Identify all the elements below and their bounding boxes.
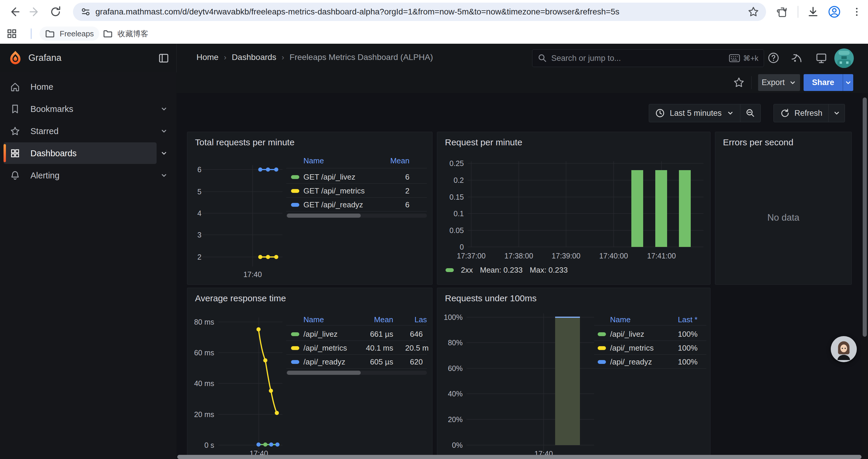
refresh-group: Refresh — [773, 104, 845, 122]
breadcrumb-home[interactable]: Home — [196, 53, 219, 62]
url-bar[interactable]: grafana.mathmast.com/d/deytv4rwavabkb/fr… — [73, 3, 766, 21]
panel-request-per-minute[interactable]: Request per minute 0.25 0.2 0.15 0.1 0.0… — [437, 132, 711, 285]
panel-errors-per-second[interactable]: Errors per second No data — [715, 132, 852, 285]
y-tick: 0.1 — [440, 209, 464, 218]
sidebar-item-bookmarks[interactable]: Bookmarks — [0, 98, 176, 120]
y-tick: 80% — [438, 338, 463, 347]
sidebar-item-home[interactable]: Home — [0, 76, 176, 97]
search-shortcut: ⌘+k — [729, 54, 758, 63]
browser-toolbar: grafana.mathmast.com/d/deytv4rwavabkb/fr… — [0, 0, 868, 24]
series-color-pill[interactable] — [445, 268, 454, 272]
series-color-pill[interactable] — [598, 346, 606, 350]
search-input[interactable]: Search or jump to... ⌘+k — [532, 49, 764, 67]
y-tick: 0 s — [190, 441, 214, 449]
legend-header-mean[interactable]: Mean — [374, 315, 393, 324]
panel-title[interactable]: Errors per second — [723, 137, 793, 147]
apps-grid-icon[interactable] — [5, 27, 19, 41]
legend-header-last[interactable]: Las — [414, 315, 427, 324]
series-color-pill[interactable] — [291, 332, 299, 336]
help-icon[interactable] — [767, 52, 780, 64]
chevron-down-icon[interactable] — [159, 171, 168, 180]
refresh-button[interactable]: Refresh — [774, 104, 829, 122]
sidebar-selected-accent — [4, 144, 6, 162]
legend-header-last[interactable]: Last * — [678, 315, 698, 324]
site-settings-icon[interactable] — [80, 6, 91, 18]
grafana-app: Grafana Home › Dashboards › Freeleaps Me… — [0, 44, 868, 459]
series-color-pill[interactable] — [291, 175, 299, 179]
zoom-out-button[interactable] — [740, 104, 761, 122]
y-tick: 20% — [438, 415, 463, 424]
grafana-logo[interactable] — [8, 50, 23, 66]
sidebar-item-starred[interactable]: Starred — [0, 120, 176, 142]
chevron-down-icon[interactable] — [159, 149, 168, 158]
y-tick: 40 ms — [190, 379, 214, 388]
legend-header-name[interactable]: Name — [610, 315, 630, 324]
time-range-picker[interactable]: Last 5 minutes — [649, 104, 740, 122]
share-button[interactable]: Share — [804, 74, 843, 91]
favorite-star-icon[interactable] — [733, 76, 745, 89]
chevron-down-icon — [726, 109, 734, 117]
sidebar-item-label: Dashboards — [30, 148, 76, 158]
x-tick: 17:40 — [223, 270, 282, 278]
bookmark-folder-blogs[interactable]: 收藏博客 — [97, 27, 154, 41]
refresh-icon — [780, 108, 790, 118]
bar-chart — [437, 132, 710, 285]
back-icon[interactable] — [6, 4, 22, 20]
share-menu-button[interactable] — [843, 74, 853, 91]
user-avatar[interactable] — [834, 48, 854, 68]
panel-requests-under-100ms[interactable]: Requests under 100ms 100% 80% 60% 40% 20… — [437, 288, 711, 459]
extensions-icon[interactable] — [775, 4, 790, 20]
refresh-label: Refresh — [795, 109, 823, 118]
breadcrumb-dashboards[interactable]: Dashboards — [231, 53, 276, 62]
y-tick: 0.25 — [440, 159, 464, 167]
horizontal-scrollbar[interactable] — [177, 455, 862, 459]
news-rss-icon[interactable] — [791, 52, 804, 64]
series-color-pill[interactable] — [598, 332, 606, 336]
monitor-icon[interactable] — [815, 52, 828, 65]
zoom-out-icon — [745, 108, 756, 119]
legend-header-mean[interactable]: Mean — [390, 156, 409, 165]
reload-icon[interactable] — [48, 4, 63, 20]
profile-icon[interactable] — [827, 4, 842, 20]
breadcrumb-separator: › — [224, 53, 226, 62]
legend-scrollbar[interactable] — [286, 371, 427, 375]
home-icon — [9, 81, 21, 93]
series-color-pill[interactable] — [291, 203, 299, 207]
legend[interactable]: 2xx Mean: 0.233 Max: 0.233 — [445, 266, 568, 275]
panel-total-requests[interactable]: Total requests per minute 6 5 4 3 2 17:4… — [187, 132, 433, 285]
breadcrumb-current: Freeleaps Metrics Dashboard (ALPHA) — [289, 53, 433, 62]
chevron-down-icon[interactable] — [159, 104, 168, 113]
legend-header-name[interactable]: Name — [303, 315, 324, 324]
series-color-pill[interactable] — [291, 189, 299, 193]
legend-scrollbar[interactable] — [286, 214, 427, 218]
legend-series: 2xx — [461, 266, 473, 275]
vertical-scrollbar-thumb[interactable] — [863, 97, 867, 337]
kebab-menu-icon[interactable] — [849, 4, 864, 20]
share-button-group: Share — [804, 74, 853, 91]
y-tick: 0.05 — [440, 226, 464, 234]
refresh-interval-button[interactable] — [829, 104, 845, 122]
sidebar-item-dashboards[interactable]: Dashboards — [0, 142, 176, 164]
screen: grafana.mathmast.com/d/deytv4rwavabkb/fr… — [0, 0, 868, 459]
legend-header-name[interactable]: Name — [303, 156, 324, 165]
series-color-pill[interactable] — [598, 360, 606, 364]
vertical-scrollbar[interactable] — [862, 93, 868, 459]
series-color-pill[interactable] — [291, 346, 299, 350]
bookmark-label: Freeleaps — [60, 29, 94, 38]
bell-icon — [9, 170, 21, 181]
series-color-pill[interactable] — [291, 360, 299, 364]
panel-avg-response-time[interactable]: Average response time 80 ms 60 ms 40 ms — [187, 288, 433, 459]
bookmark-star-icon[interactable] — [747, 6, 760, 18]
bookmark-folder-freeleaps[interactable]: Freeleaps — [39, 27, 99, 41]
dock-sidebar-icon[interactable] — [158, 52, 169, 64]
chevron-down-icon[interactable] — [159, 127, 168, 136]
y-tick: 60 ms — [190, 349, 214, 357]
forward-icon[interactable] — [27, 4, 42, 20]
sidebar-item-alerting[interactable]: Alerting — [0, 165, 176, 186]
download-icon[interactable] — [805, 4, 821, 20]
folder-icon — [103, 29, 113, 39]
export-button[interactable]: Export — [758, 74, 800, 91]
floating-avatar[interactable] — [831, 336, 857, 362]
legend-table: Name Mean GET /api/_livez 6 GET /api/_me… — [286, 132, 427, 285]
y-tick: 20 ms — [190, 410, 214, 419]
